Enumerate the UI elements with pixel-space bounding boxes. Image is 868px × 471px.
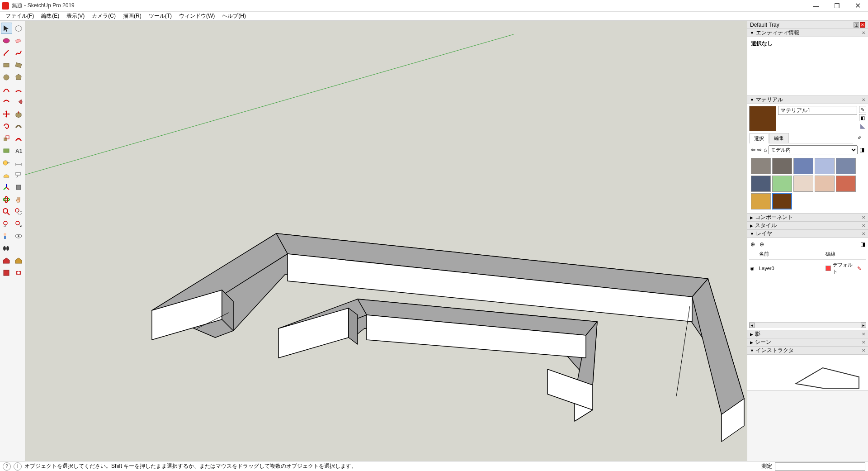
measurement-input[interactable] [775,462,865,471]
protractor-tool[interactable] [1,169,12,181]
scale-tool[interactable] [1,133,12,144]
followme-tool[interactable] [13,120,24,132]
layer-name[interactable]: Layer0 [759,266,826,271]
zoomprev-tool[interactable] [1,218,12,229]
layer-edit-icon[interactable]: ✎ [857,266,865,271]
nav-detail-icon[interactable]: ◨ [859,147,864,153]
position-tool[interactable] [1,230,12,242]
menu-draw[interactable]: 描画(R) [119,11,145,21]
pushpull-tool[interactable] [13,108,24,119]
tray-close-icon[interactable]: ✕ [860,22,865,28]
panel-entity-info[interactable]: ▼ エンティティ情報 ✕ [747,29,868,37]
tape-tool[interactable] [1,157,12,168]
tab-select[interactable]: 選択 [749,133,769,143]
menu-window[interactable]: ウィンドウ(W) [175,11,218,21]
material-swatch[interactable] [815,158,835,174]
extension2-tool[interactable] [13,267,24,278]
material-swatch[interactable] [751,176,771,192]
arc2-tool[interactable] [13,84,24,95]
warehouse2-tool[interactable] [13,255,24,266]
panel-close-icon[interactable]: ✕ [862,97,865,102]
zoomwindow-tool[interactable] [13,206,24,217]
eraser-tool[interactable] [13,35,24,46]
polygon-tool[interactable] [13,71,24,83]
nav-home-icon[interactable]: ⌂ [764,147,767,153]
material-flip-icon[interactable]: ◣ [859,122,866,129]
axes-tool[interactable] [1,181,12,193]
panel-close-icon[interactable]: ✕ [862,30,865,35]
info-icon[interactable]: i [14,462,22,471]
tab-edit[interactable]: 編集 [769,133,789,143]
wireframe-tool[interactable] [13,23,24,34]
menu-tools[interactable]: ツール(T) [145,11,175,21]
panel-close-icon[interactable]: ✕ [862,332,865,337]
select-tool[interactable] [1,23,12,34]
material-swatch[interactable] [772,158,792,174]
nav-forward-icon[interactable]: ⇨ [757,147,762,153]
material-swatch[interactable] [751,193,771,209]
material-swatch[interactable] [751,158,771,174]
material-swatch[interactable] [772,193,792,209]
panel-close-icon[interactable]: ✕ [862,223,865,228]
section-tool[interactable] [13,181,24,193]
rotate-tool[interactable] [1,120,12,132]
layer-row[interactable]: ◉ Layer0 デフォルト ✎ [749,260,866,277]
move-tool[interactable] [1,108,12,119]
layer-remove-icon[interactable]: ⊖ [758,241,765,248]
layer-scrollbar[interactable]: ◄ ► [749,322,866,328]
lookaround-tool[interactable] [13,230,24,242]
freehand-tool[interactable] [13,47,24,58]
arc3-tool[interactable] [1,96,12,107]
tray-pin-icon[interactable]: ◫ [854,22,859,28]
orbit-tool[interactable] [1,194,12,205]
offset-tool[interactable] [13,133,24,144]
viewport[interactable] [25,21,747,461]
nav-back-icon[interactable]: ⇦ [751,147,755,153]
eyedropper-icon[interactable]: ✐ [853,133,866,143]
layer-color-swatch[interactable] [826,266,831,271]
layer-add-icon[interactable]: ⊕ [749,241,756,248]
menu-file[interactable]: ファイル(F) [2,11,38,21]
extension-tool[interactable] [1,267,12,278]
menu-view[interactable]: 表示(V) [63,11,88,21]
panel-close-icon[interactable]: ✕ [862,215,865,220]
panel-shadow[interactable]: ▶ 影 ✕ [747,330,868,338]
material-swatch[interactable] [793,176,813,192]
menu-camera[interactable]: カメラ(C) [88,11,119,21]
close-button[interactable]: ✕ [847,0,868,12]
text3d-tool[interactable]: A1 [13,145,24,156]
warehouse-tool[interactable] [1,255,12,266]
panel-close-icon[interactable]: ✕ [862,348,865,353]
material-swatch[interactable] [836,158,856,174]
material-name-input[interactable] [778,106,857,115]
circle-tool[interactable] [1,71,12,83]
walk-tool[interactable] [1,243,12,254]
rectangle-tool[interactable] [1,59,12,71]
visibility-icon[interactable]: ◉ [750,266,759,271]
help-icon[interactable]: ? [3,462,11,471]
layer-dash[interactable]: デフォルト [826,262,857,275]
maximize-button[interactable]: ❐ [826,0,847,12]
current-material-swatch[interactable] [749,106,776,131]
layer-col-name[interactable]: 名前 [759,251,826,257]
material-swatch[interactable] [772,176,792,192]
solid-tool[interactable] [1,145,12,156]
material-default-icon[interactable]: ◧ [859,114,866,121]
text-tool[interactable] [13,169,24,181]
scroll-right-icon[interactable]: ► [861,323,866,328]
panel-layer[interactable]: ▼ レイヤ ✕ [747,230,868,238]
material-swatch[interactable] [815,176,835,192]
dimension-tool[interactable] [13,157,24,168]
zoom-tool[interactable] [1,206,12,217]
paint-tool[interactable] [1,35,12,46]
material-swatch[interactable] [836,176,856,192]
panel-close-icon[interactable]: ✕ [862,231,865,236]
pie-tool[interactable] [13,96,24,107]
panel-scene[interactable]: ▶ シーン ✕ [747,338,868,347]
layer-col-dash[interactable]: 破線 [826,251,857,257]
panel-instructor[interactable]: ▼ インストラクタ ✕ [747,347,868,355]
panel-style[interactable]: ▶ スタイル ✕ [747,222,868,230]
panel-close-icon[interactable]: ✕ [862,340,865,345]
arc-tool[interactable] [1,84,12,95]
pan-tool[interactable] [13,194,24,205]
